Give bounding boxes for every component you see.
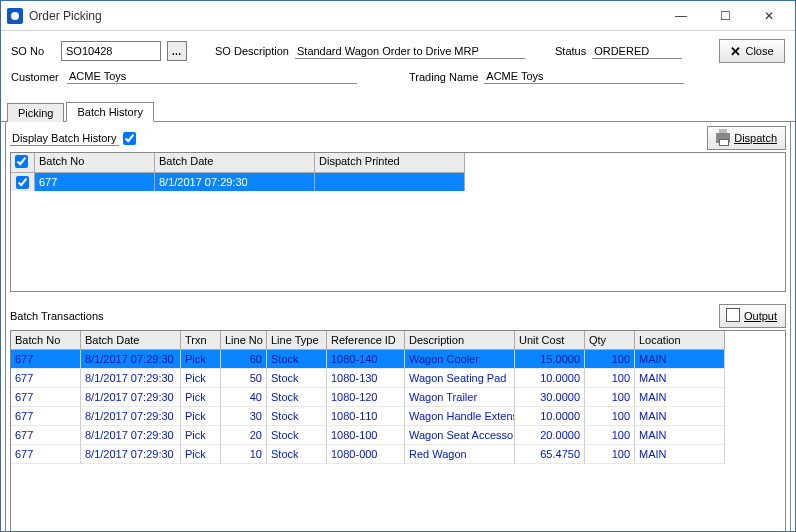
tx-row[interactable]: 6778/1/2017 07:29:30Pick40Stock1080-120W… [11, 388, 785, 407]
cell-batch-no: 677 [11, 388, 81, 407]
close-icon: ✕ [730, 44, 741, 59]
cell-batch-date: 8/1/2017 07:29:30 [81, 388, 181, 407]
status-label: Status [555, 45, 586, 57]
maximize-button[interactable]: ☐ [703, 2, 747, 30]
cell-description: Red Wagon [405, 445, 515, 464]
so-desc-value: Standard Wagon Order to Drive MRP [295, 44, 525, 59]
cell-qty: 100 [585, 445, 635, 464]
cell-line-no: 40 [221, 388, 267, 407]
cell-reference-id: 1080-100 [327, 426, 405, 445]
trading-name-value: ACME Toys [484, 69, 684, 84]
so-no-label: SO No [11, 45, 55, 57]
col-batch-no[interactable]: Batch No [35, 153, 155, 173]
cell-line-no: 30 [221, 407, 267, 426]
row-check-cell[interactable] [11, 173, 35, 191]
output-button[interactable]: Output [719, 304, 786, 328]
tx-col-reference-id[interactable]: Reference ID [327, 331, 405, 350]
trading-name-label: Trading Name [409, 71, 478, 83]
tx-row[interactable]: 6778/1/2017 07:29:30Pick30Stock1080-110W… [11, 407, 785, 426]
tx-row[interactable]: 6778/1/2017 07:29:30Pick60Stock1080-140W… [11, 350, 785, 369]
cell-unit-cost: 65.4750 [515, 445, 585, 464]
cell-unit-cost: 30.0000 [515, 388, 585, 407]
so-no-value: SO10428 [66, 45, 112, 57]
so-lookup-button[interactable]: … [167, 41, 187, 61]
cell-trxn: Pick [181, 445, 221, 464]
tx-col-line-type[interactable]: Line Type [267, 331, 327, 350]
cell-reference-id: 1080-000 [327, 445, 405, 464]
tx-col-qty[interactable]: Qty [585, 331, 635, 350]
batch-history-panel: Display Batch History Dispatch Batch No … [5, 122, 791, 532]
tx-col-unit-cost[interactable]: Unit Cost [515, 331, 585, 350]
cell-line-type: Stock [267, 350, 327, 369]
cell-description: Wagon Trailer [405, 388, 515, 407]
cell-batch-date: 8/1/2017 07:29:30 [81, 426, 181, 445]
cell-trxn: Pick [181, 388, 221, 407]
tx-col-description[interactable]: Description [405, 331, 515, 350]
display-batch-history-checkbox[interactable] [123, 132, 136, 145]
so-no-field[interactable]: SO10428 [61, 41, 161, 61]
batch-transactions-label: Batch Transactions [10, 310, 104, 322]
cell-description: Wagon Seating Pad [405, 369, 515, 388]
output-button-label: Output [744, 310, 777, 322]
cell-dispatch-printed [315, 173, 465, 191]
tx-row[interactable]: 6778/1/2017 07:29:30Pick20Stock1080-100W… [11, 426, 785, 445]
col-dispatch-printed[interactable]: Dispatch Printed [315, 153, 465, 173]
cell-location: MAIN [635, 388, 725, 407]
dispatch-button[interactable]: Dispatch [707, 126, 786, 150]
cell-batch-no: 677 [11, 369, 81, 388]
cell-batch-no: 677 [11, 426, 81, 445]
cell-trxn: Pick [181, 350, 221, 369]
cell-line-type: Stock [267, 426, 327, 445]
cell-batch-no: 677 [11, 445, 81, 464]
cell-qty: 100 [585, 388, 635, 407]
tx-row[interactable]: 6778/1/2017 07:29:30Pick10Stock1080-000R… [11, 445, 785, 464]
cell-line-type: Stock [267, 369, 327, 388]
titlebar: Order Picking — ☐ ✕ [1, 1, 795, 31]
tx-col-batch-date[interactable]: Batch Date [81, 331, 181, 350]
customer-label: Customer [11, 71, 61, 83]
cell-location: MAIN [635, 407, 725, 426]
batch-history-row[interactable]: 6778/1/2017 07:29:30 [11, 173, 785, 191]
minimize-button[interactable]: — [659, 2, 703, 30]
tx-col-location[interactable]: Location [635, 331, 725, 350]
batch-history-header: Batch No Batch Date Dispatch Printed [11, 153, 785, 173]
printer-icon [716, 133, 730, 143]
header-form: SO No SO10428 … SO Description Standard … [1, 31, 795, 96]
select-all-checkbox[interactable] [15, 155, 28, 168]
cell-batch-date: 8/1/2017 07:29:30 [81, 445, 181, 464]
cell-qty: 100 [585, 426, 635, 445]
app-icon [7, 8, 23, 24]
output-icon [728, 310, 740, 322]
cell-unit-cost: 15.0000 [515, 350, 585, 369]
col-check[interactable] [11, 153, 35, 173]
cell-unit-cost: 10.0000 [515, 407, 585, 426]
close-button[interactable]: ✕ Close [719, 39, 785, 63]
cell-description: Wagon Cooler [405, 350, 515, 369]
cell-description: Wagon Seat Accessory [405, 426, 515, 445]
cell-unit-cost: 20.0000 [515, 426, 585, 445]
col-batch-date[interactable]: Batch Date [155, 153, 315, 173]
cell-qty: 100 [585, 369, 635, 388]
tab-picking[interactable]: Picking [7, 103, 64, 122]
display-batch-history-label: Display Batch History [10, 131, 119, 146]
cell-batch-date: 8/1/2017 07:29:30 [81, 407, 181, 426]
cell-description: Wagon Handle Extension [405, 407, 515, 426]
tx-col-trxn[interactable]: Trxn [181, 331, 221, 350]
batch-history-grid[interactable]: Batch No Batch Date Dispatch Printed 677… [10, 152, 786, 292]
tx-col-line-no[interactable]: Line No [221, 331, 267, 350]
cell-unit-cost: 10.0000 [515, 369, 585, 388]
cell-trxn: Pick [181, 407, 221, 426]
tx-row[interactable]: 6778/1/2017 07:29:30Pick50Stock1080-130W… [11, 369, 785, 388]
window-controls: — ☐ ✕ [659, 2, 791, 30]
row-checkbox[interactable] [16, 176, 29, 189]
window-close-button[interactable]: ✕ [747, 2, 791, 30]
tx-col-batch-no[interactable]: Batch No [11, 331, 81, 350]
tx-header: Batch No Batch Date Trxn Line No Line Ty… [11, 331, 785, 350]
batch-transactions-grid[interactable]: Batch No Batch Date Trxn Line No Line Ty… [10, 330, 786, 532]
cell-line-no: 60 [221, 350, 267, 369]
tab-batch-history[interactable]: Batch History [66, 102, 153, 122]
cell-line-no: 10 [221, 445, 267, 464]
cell-reference-id: 1080-130 [327, 369, 405, 388]
cell-reference-id: 1080-110 [327, 407, 405, 426]
cell-location: MAIN [635, 350, 725, 369]
